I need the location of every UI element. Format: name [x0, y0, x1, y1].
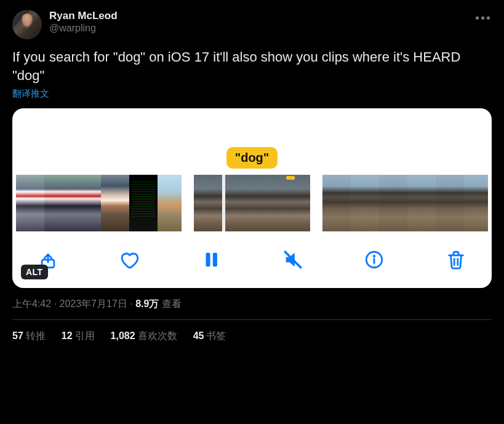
thumbnail [322, 175, 351, 231]
thumbnail [129, 175, 158, 231]
delete-button[interactable] [442, 246, 470, 273]
media-top-area: "dog" [12, 108, 492, 175]
thumbnail [436, 175, 464, 231]
retweets-stat[interactable]: 57转推 [12, 330, 46, 343]
views-label: 查看 [159, 298, 181, 309]
svg-rect-2 [213, 253, 217, 267]
thumbnail [351, 175, 379, 231]
translate-link[interactable]: 翻译推文 [12, 88, 492, 100]
chip-label: "dog" [235, 151, 270, 164]
svg-rect-1 [206, 253, 210, 267]
pause-button[interactable] [198, 246, 225, 273]
video-timeline[interactable] [12, 175, 492, 231]
info-button[interactable] [361, 246, 388, 273]
thumbnail [44, 175, 73, 231]
thumbnail [225, 175, 254, 231]
thumbnail [16, 175, 44, 231]
trash-icon [446, 249, 466, 270]
author-display-name: Ryan McLeod [49, 10, 468, 22]
playhead[interactable] [223, 176, 224, 230]
thumbnail [282, 175, 310, 231]
author-block[interactable]: Ryan McLeod @warpling [49, 10, 468, 34]
quotes-stat[interactable]: 12引用 [62, 330, 95, 343]
alt-badge[interactable]: ALT [21, 265, 48, 279]
media-toolbar [12, 231, 492, 278]
thumbnail [73, 175, 101, 231]
tweet-date[interactable]: 2023年7月17日 [59, 298, 127, 309]
search-term-chip: "dog" [226, 147, 278, 169]
heart-icon [119, 249, 140, 270]
more-icon[interactable]: ••• [475, 10, 492, 25]
tweet-time[interactable]: 上午4:42 [12, 298, 51, 309]
likes-stat[interactable]: 1,082喜欢次数 [111, 330, 177, 343]
mute-button[interactable] [279, 246, 306, 273]
thumbnail [464, 175, 488, 231]
tweet-header: Ryan McLeod @warpling ••• [12, 10, 492, 39]
thumbnail [101, 175, 129, 231]
clip-group-2 [194, 175, 310, 231]
pause-icon [201, 249, 222, 270]
tweet-text: If you search for "dog" on iOS 17 it'll … [12, 48, 492, 84]
svg-point-6 [374, 256, 375, 257]
tweet-stats: 57转推 12引用 1,082喜欢次数 45书签 [12, 320, 492, 353]
tweet-meta: 上午4:42 · 2023年7月17日 · 8.9万 查看 [12, 298, 492, 320]
avatar[interactable] [12, 10, 42, 39]
media-attachment[interactable]: "dog" [12, 108, 492, 288]
thumbnail [379, 175, 407, 231]
timeline-marker [286, 176, 295, 180]
thumbnail [194, 175, 222, 231]
clip-group-1 [16, 175, 182, 231]
info-icon [364, 249, 385, 270]
clip-group-3 [322, 175, 488, 231]
views-count: 8.9万 [135, 298, 159, 309]
bookmarks-stat[interactable]: 45书签 [193, 330, 226, 343]
speaker-muted-icon [282, 249, 303, 270]
tweet-container: Ryan McLeod @warpling ••• If you search … [0, 0, 504, 353]
like-button[interactable] [116, 246, 143, 273]
author-handle: @warpling [49, 22, 468, 34]
thumbnail [158, 175, 182, 231]
thumbnail [407, 175, 436, 231]
thumbnail [254, 175, 282, 231]
